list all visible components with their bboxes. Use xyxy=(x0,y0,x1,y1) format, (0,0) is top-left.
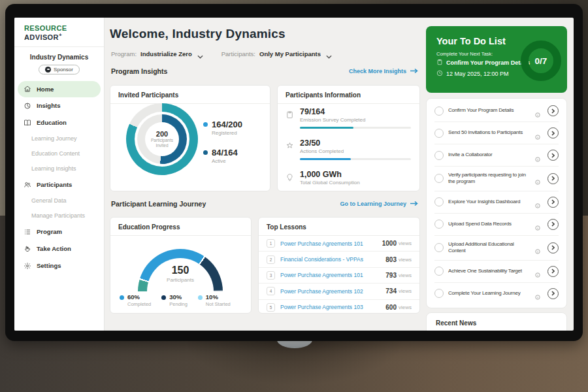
chevron-down-icon[interactable] xyxy=(326,53,332,57)
task-row[interactable]: Confirm Your Program Details xyxy=(434,100,559,122)
sidebar-item-insights[interactable]: Insights xyxy=(14,97,104,114)
sidebar-item-education-content[interactable]: Education Content xyxy=(14,146,104,161)
lesson-link[interactable]: Power Purchase Agreements 101 xyxy=(280,272,385,278)
lesson-link[interactable]: Power Purchase Agreements 102 xyxy=(280,288,385,295)
task-checkbox[interactable] xyxy=(434,151,444,160)
registered-value: 164/200 xyxy=(212,120,242,129)
recent-news-card: Recent News xyxy=(426,312,567,331)
sidebar-item-program[interactable]: Program xyxy=(14,223,104,240)
arrow-right-icon xyxy=(410,68,418,75)
task-checkbox[interactable] xyxy=(434,106,444,116)
sidebar-item-label: Program xyxy=(37,228,62,235)
gauge-center-value: 150 xyxy=(138,265,223,276)
task-go-button[interactable] xyxy=(547,105,559,116)
task-row[interactable]: Explore Your Insights Dashboard xyxy=(434,191,559,214)
program-insights-title: Program Insights xyxy=(111,67,167,75)
task-go-button[interactable] xyxy=(547,173,559,184)
pending-dot xyxy=(161,295,166,300)
task-checkbox[interactable] xyxy=(434,174,444,183)
recent-news-title: Recent News xyxy=(427,313,566,331)
sidebar-item-home[interactable]: Home xyxy=(18,81,101,97)
task-label: Upload Spend Data Records xyxy=(448,221,531,227)
active-dot xyxy=(203,150,208,155)
task-checkbox[interactable] xyxy=(434,267,444,276)
task-go-button[interactable] xyxy=(547,150,559,161)
task-row[interactable]: Invite a Collaborator xyxy=(434,144,559,167)
sidebar-item-manage-participants[interactable]: Manage Participants xyxy=(14,208,104,223)
bulb-icon xyxy=(286,172,294,181)
task-go-button[interactable] xyxy=(547,242,559,253)
task-checkbox[interactable] xyxy=(434,220,444,229)
sidebar-item-label: Settings xyxy=(37,262,61,269)
task-go-button[interactable] xyxy=(547,266,559,277)
sidebar: RESOURCE ADVISOR+ Industry Dynamics Spon… xyxy=(14,18,105,331)
task-row[interactable]: Send 50 Invitations to Participants xyxy=(434,122,559,144)
task-row[interactable]: Verify participants requesting to join t… xyxy=(434,167,559,191)
lesson-link[interactable]: Power Purchase Agreements 101 xyxy=(280,240,382,247)
lesson-link[interactable]: Financial Considerations - VPPAs xyxy=(280,256,385,263)
top-lessons-card: Top Lessons 1 Power Purchase Agreements … xyxy=(258,217,420,314)
task-go-button[interactable] xyxy=(547,219,559,230)
donut-center-label: ParticipantsInvited xyxy=(151,138,173,148)
program-filter-label: Program: xyxy=(111,50,137,57)
participants-filter-label: Participants: xyxy=(221,50,255,57)
survey-value: 79/164 xyxy=(300,107,411,116)
task-info-icon xyxy=(535,108,540,114)
task-label: Send 50 Invitations to Participants xyxy=(448,129,531,136)
sidebar-item-education[interactable]: Education xyxy=(14,114,104,131)
sidebar-item-label: Manage Participants xyxy=(31,212,85,219)
task-go-button[interactable] xyxy=(547,127,559,139)
task-checkbox[interactable] xyxy=(434,289,444,298)
participants-filter-value[interactable]: Only My Participants xyxy=(259,50,321,57)
sidebar-item-label: Take Action xyxy=(37,245,71,252)
task-label: Achieve One Sustainability Target xyxy=(448,268,531,274)
lesson-link[interactable]: Power Purchase Agreements 103 xyxy=(280,304,385,310)
task-row[interactable]: Upload Spend Data Records xyxy=(434,214,559,236)
active-label: Active xyxy=(212,158,238,164)
sidebar-item-learning-insights[interactable]: Learning Insights xyxy=(14,161,104,176)
education-gauge-chart: 150 Participants xyxy=(138,249,223,292)
task-checkbox[interactable] xyxy=(434,129,444,138)
views-suffix: views xyxy=(399,257,412,263)
consumption-label: Total Global Consumption xyxy=(300,180,411,186)
lesson-row: 3 Power Purchase Agreements 101 793 view… xyxy=(259,268,419,284)
lesson-row: 1 Power Purchase Agreements 101 1000 vie… xyxy=(259,236,419,252)
chevron-down-icon[interactable] xyxy=(197,53,203,57)
sidebar-item-general-data[interactable]: General Data xyxy=(14,193,104,208)
views-suffix: views xyxy=(399,240,412,246)
task-checkbox[interactable] xyxy=(434,243,444,252)
rank-badge: 3 xyxy=(267,271,275,280)
survey-progress-fill xyxy=(300,127,353,129)
task-checkbox[interactable] xyxy=(434,197,444,206)
sidebar-item-take-action[interactable]: Take Action xyxy=(14,240,104,257)
org-name: Industry Dynamics xyxy=(14,54,104,61)
completed-label: Completed xyxy=(127,301,151,307)
clock-icon xyxy=(436,70,443,78)
home-icon xyxy=(23,85,31,93)
task-row[interactable]: Upload Additional Educational Content xyxy=(434,236,559,261)
check-more-insights-link[interactable]: Check More Insights xyxy=(349,68,418,75)
task-go-button[interactable] xyxy=(547,197,559,208)
sidebar-item-learning-journey[interactable]: Learning Journey xyxy=(14,131,104,146)
go-to-learning-journey-link[interactable]: Go to Learning Journey xyxy=(340,201,418,208)
sidebar-item-settings[interactable]: Settings xyxy=(14,257,104,274)
task-row[interactable]: Achieve One Sustainability Target xyxy=(434,261,559,283)
task-label: Verify participants requesting to join t… xyxy=(448,172,531,186)
filters-row: Program: Industrialize Zero Participants… xyxy=(111,50,346,57)
task-row[interactable]: Complete Your Learning Journey xyxy=(434,283,559,304)
sidebar-nav: Home Insights Education Learning Journey… xyxy=(14,81,104,274)
actions-value: 23/50 xyxy=(300,139,411,148)
collapse-tasks-link[interactable]: Collapse Tasks xyxy=(434,304,559,308)
page-title: Welcome, Industry Dynamics xyxy=(110,27,286,41)
legend-completed: 60% Completed xyxy=(120,293,151,307)
program-filter-value[interactable]: Industrialize Zero xyxy=(140,50,192,57)
not-started-pct: 10% xyxy=(206,293,231,301)
link-label: Go to Learning Journey xyxy=(340,201,406,207)
views-suffix: views xyxy=(399,272,412,278)
todo-progress-value: 0/7 xyxy=(535,56,547,66)
sidebar-item-participants[interactable]: Participants xyxy=(14,176,104,193)
completed-pct: 60% xyxy=(127,293,151,301)
donut-center-value: 200 xyxy=(156,130,168,138)
task-go-button[interactable] xyxy=(547,288,559,299)
actions-icon xyxy=(286,141,294,150)
